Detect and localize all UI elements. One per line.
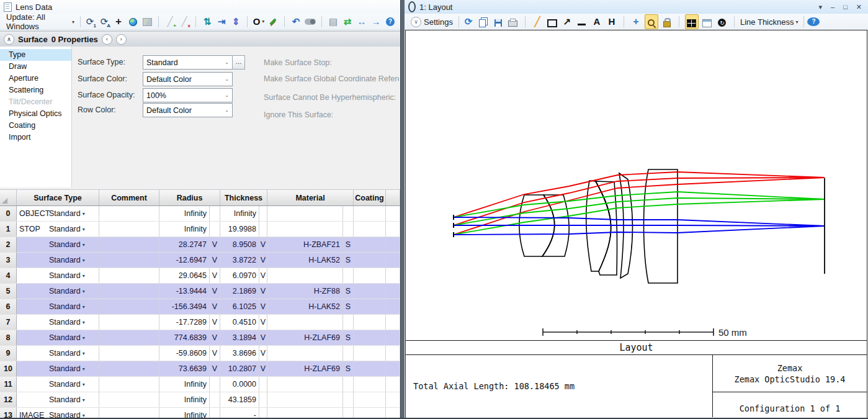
chevron-down-icon[interactable]: ▾ [83, 242, 85, 248]
radius-solve-flag[interactable]: V [210, 361, 220, 376]
settings-dropdown[interactable]: ∨ Settings [408, 16, 455, 29]
properties-nav-draw[interactable]: Draw [0, 61, 71, 73]
material-cell[interactable]: H-LAK52 [267, 253, 343, 268]
extra-cell[interactable] [386, 392, 400, 407]
properties-nav-scattering[interactable]: Scattering [0, 84, 71, 96]
material-solve-flag[interactable] [343, 392, 354, 407]
radius-solve-flag[interactable]: V [210, 315, 220, 330]
material-solve-flag[interactable]: S [343, 253, 354, 268]
material-solve-flag[interactable]: S [343, 361, 354, 376]
surface-type-cell[interactable]: Standard▾ [17, 377, 99, 392]
swap-element-icon[interactable]: ⇅ [201, 15, 213, 29]
line-thickness-dropdown[interactable]: Line Thickness ▾ [738, 16, 801, 28]
maximize-button[interactable]: □ [843, 3, 848, 11]
surface-type-cell[interactable]: Standard▾ [17, 392, 99, 407]
material-cell[interactable] [267, 222, 343, 237]
extra-cell[interactable] [386, 206, 400, 221]
save-icon[interactable] [492, 15, 504, 29]
radius-solve-flag[interactable] [210, 377, 220, 392]
material-cell[interactable] [267, 315, 343, 330]
comment-cell[interactable] [99, 284, 159, 299]
radius-solve-flag[interactable] [210, 222, 220, 237]
material-cell[interactable] [267, 206, 343, 221]
material-solve-flag[interactable] [343, 377, 354, 392]
row-number-cell[interactable]: 8 [0, 330, 17, 345]
comment-cell[interactable] [99, 330, 159, 345]
thickness-cell[interactable]: 3.8722 [220, 253, 259, 268]
extra-cell[interactable] [386, 377, 400, 392]
reset-orientation-icon[interactable]: ↻ [716, 15, 728, 29]
go-icon[interactable]: → [370, 15, 382, 29]
radius-solve-flag[interactable]: V [210, 284, 220, 299]
comment-cell[interactable] [99, 377, 159, 392]
thickness-solve-flag[interactable]: V [259, 330, 267, 345]
material-solve-flag[interactable]: S [343, 330, 354, 345]
thickness-cell[interactable]: 0.4510 [220, 315, 259, 330]
material-cell[interactable] [267, 377, 343, 392]
chevron-down-icon[interactable]: ▾ [83, 273, 85, 279]
comment-cell[interactable] [99, 346, 159, 361]
thickness-solve-flag[interactable] [259, 206, 267, 221]
coating-cell[interactable] [354, 253, 386, 268]
update-all-icon[interactable]: ⟳A [98, 15, 110, 29]
material-cell[interactable]: H-ZBAF21 [267, 237, 343, 252]
surface-type-cell[interactable]: Standard▾ [17, 284, 99, 299]
material-solve-flag[interactable] [343, 315, 354, 330]
material-cell[interactable] [267, 392, 343, 407]
comment-cell[interactable] [99, 268, 159, 283]
radius-cell[interactable]: 73.6639 [159, 361, 210, 376]
coating-cell[interactable] [354, 315, 386, 330]
thickness-solve-flag[interactable]: V [259, 346, 267, 361]
chevron-down-icon[interactable]: ▾ [83, 351, 85, 356]
coating-cell[interactable] [354, 237, 386, 252]
row-number-cell[interactable]: 12 [0, 392, 17, 407]
comment-cell[interactable] [99, 206, 159, 221]
thickness-cell[interactable]: 43.1859 [220, 392, 259, 407]
radius-cell[interactable]: -17.7289 [159, 315, 210, 330]
radius-cell[interactable]: -59.8609 [159, 346, 210, 361]
map-icon[interactable] [141, 15, 153, 29]
aperture-icon[interactable]: ⇕ [230, 15, 242, 29]
radius-solve-flag[interactable]: V [210, 299, 220, 314]
material-cell[interactable]: H-ZLAF69 [267, 330, 343, 345]
thickness-cell[interactable]: 2.1869 [220, 284, 259, 299]
coating-cell[interactable] [354, 268, 386, 283]
surface-opacity-dropdown[interactable]: 100% ⌄ [143, 88, 233, 102]
row-number-cell[interactable]: 0 [0, 206, 17, 221]
row-number-cell[interactable]: 4 [0, 268, 17, 283]
coating-cell[interactable] [354, 330, 386, 345]
comment-cell[interactable] [99, 299, 159, 314]
extra-cell[interactable] [386, 222, 400, 237]
material-cell[interactable] [267, 346, 343, 361]
row-number-cell[interactable]: 9 [0, 346, 17, 361]
chevron-down-icon[interactable]: ▾ [83, 320, 85, 325]
properties-nav-physical-optics[interactable]: Physical Optics [0, 108, 71, 120]
chevron-down-icon[interactable]: ▾ [83, 335, 85, 341]
toggle-icon[interactable] [304, 15, 316, 29]
extra-cell[interactable] [386, 237, 400, 252]
thickness-cell[interactable]: 3.1894 [220, 330, 259, 345]
thickness-solve-flag[interactable]: V [259, 315, 267, 330]
chevron-down-icon[interactable]: ▾ [83, 382, 85, 387]
insert-surface-icon[interactable]: ╱+ [164, 15, 176, 29]
radius-cell[interactable]: Infinity [159, 206, 210, 221]
list-icon[interactable]: ▤ [327, 15, 339, 29]
material-cell[interactable]: H-LAK52 [267, 299, 343, 314]
zoom-icon[interactable] [645, 14, 658, 29]
crosshair-icon[interactable]: + [112, 15, 125, 29]
row-number-cell[interactable]: 2 [0, 237, 17, 252]
lock-icon[interactable] [661, 15, 673, 29]
split-view-icon[interactable] [685, 14, 699, 29]
comment-cell[interactable] [99, 361, 159, 376]
comment-cell[interactable] [99, 222, 159, 237]
pan-icon[interactable]: + [630, 15, 642, 29]
coating-cell[interactable] [354, 361, 386, 376]
chevron-down-icon[interactable]: ▾ [83, 289, 85, 294]
properties-nav-coating[interactable]: Coating [0, 120, 71, 132]
surface-type-cell[interactable]: Standard▾ [17, 237, 99, 252]
surface-type-cell[interactable]: OBJECTStandard▾ [17, 206, 99, 221]
update-1-icon[interactable]: ⟳1 [84, 15, 96, 29]
material-solve-flag[interactable]: S [343, 237, 354, 252]
chevron-down-icon[interactable]: ▾ [83, 258, 85, 263]
help-icon[interactable]: ? [807, 17, 820, 26]
